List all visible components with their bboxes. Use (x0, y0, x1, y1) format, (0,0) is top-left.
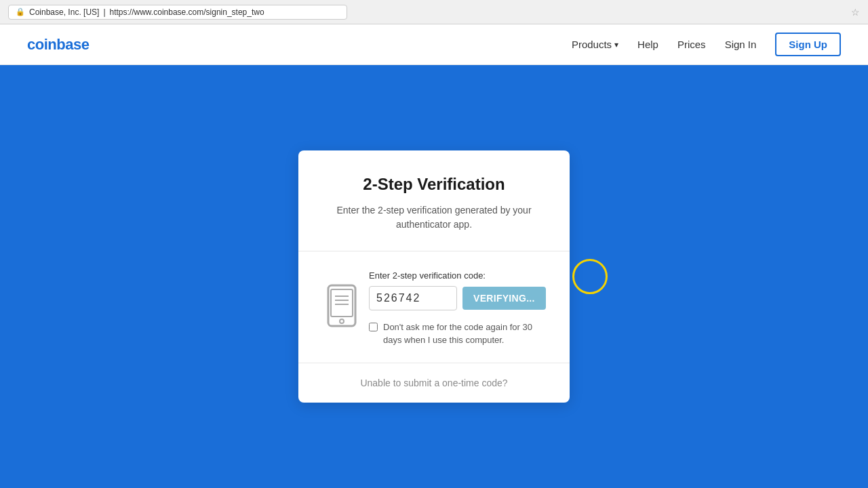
card-header: 2-Step Verification Enter the 2-step ver… (298, 150, 570, 251)
nav-products[interactable]: Products (572, 39, 618, 50)
verification-card: 2-Step Verification Enter the 2-step ver… (298, 150, 570, 402)
trouble-link[interactable]: Unable to submit a one-time code? (360, 378, 507, 388)
verification-right: Enter 2-step verification code: VERIFYIN… (369, 270, 546, 346)
signup-button[interactable]: Sign Up (775, 33, 841, 56)
remember-checkbox[interactable] (369, 323, 378, 331)
main-content: 2-Step Verification Enter the 2-step ver… (0, 65, 868, 488)
nav-help[interactable]: Help (637, 39, 658, 50)
cursor-indicator (572, 259, 608, 294)
card-title: 2-Step Verification (326, 175, 542, 194)
verify-button[interactable]: VERIFYING... (462, 287, 546, 310)
card-description: Enter the 2-step verification generated … (326, 203, 542, 232)
input-row: VERIFYING... (369, 286, 546, 310)
phone-icon (326, 284, 358, 327)
url-separator: | (103, 7, 105, 17)
nav-links: Products Help Prices Sign In Sign Up (572, 33, 841, 56)
phone-icon-wrap (326, 284, 358, 330)
nav-signin[interactable]: Sign In (725, 39, 757, 50)
card-footer: Unable to submit a one-time code? (298, 363, 570, 403)
field-label: Enter 2-step verification code: (369, 270, 546, 281)
card-body: Enter 2-step verification code: VERIFYIN… (298, 251, 570, 363)
coinbase-logo[interactable]: coinbase (27, 36, 89, 54)
browser-bar: 🔒 Coinbase, Inc. [US] | https://www.coin… (0, 0, 868, 24)
navbar: coinbase Products Help Prices Sign In Si… (0, 24, 868, 65)
url-text: https://www.coinbase.com/signin_step_two (110, 7, 264, 17)
bookmark-icon[interactable]: ☆ (851, 7, 860, 18)
nav-prices[interactable]: Prices (677, 39, 706, 50)
remember-row: Don't ask me for the code again for 30 d… (369, 321, 546, 346)
svg-point-5 (340, 319, 344, 323)
address-bar[interactable]: 🔒 Coinbase, Inc. [US] | https://www.coin… (8, 5, 347, 20)
svg-rect-1 (331, 289, 353, 317)
lock-icon: 🔒 (16, 7, 25, 16)
remember-label: Don't ask me for the code again for 30 d… (383, 321, 546, 346)
verification-code-input[interactable] (369, 286, 457, 310)
company-name: Coinbase, Inc. [US] (29, 7, 99, 17)
verification-row: Enter 2-step verification code: VERIFYIN… (326, 270, 542, 346)
